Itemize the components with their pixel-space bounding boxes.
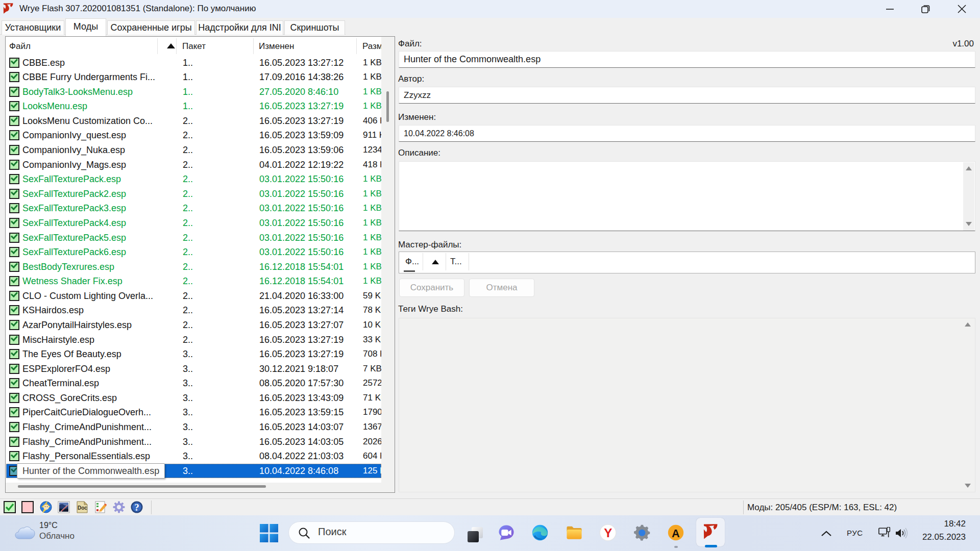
svg-text:Y: Y — [604, 526, 612, 540]
svg-text:Doc: Doc — [78, 505, 87, 511]
svg-text:?: ? — [134, 502, 139, 513]
svg-text:A: A — [672, 527, 680, 540]
